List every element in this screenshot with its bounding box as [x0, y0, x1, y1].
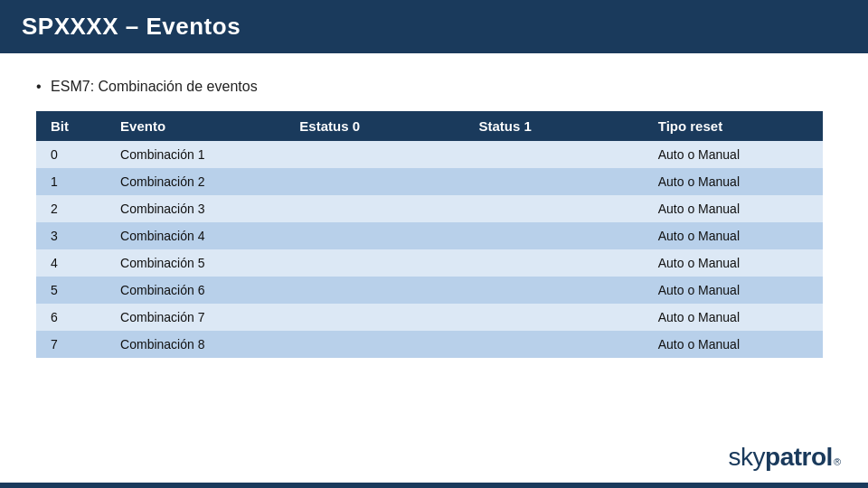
- cell-estatus0: [285, 195, 464, 222]
- cell-tiporeset: Auto o Manual: [644, 168, 823, 195]
- page-header: SPXXXX – Eventos: [0, 0, 868, 53]
- cell-bit: 1: [36, 168, 106, 195]
- cell-estatus0: [285, 141, 464, 168]
- page-title: SPXXXX – Eventos: [22, 13, 241, 40]
- cell-bit: 3: [36, 222, 106, 249]
- cell-estatus0: [285, 168, 464, 195]
- main-content: • ESM7: Combinación de eventos Bit Event…: [0, 53, 868, 376]
- brand-patrol: patrol: [765, 443, 833, 472]
- cell-status1: [465, 195, 644, 222]
- cell-evento: Combinación 1: [106, 141, 285, 168]
- cell-evento: Combinación 4: [106, 222, 285, 249]
- table-row: 7Combinación 8Auto o Manual: [36, 331, 823, 358]
- cell-estatus0: [285, 304, 464, 331]
- col-header-estatus0: Estatus 0: [285, 111, 464, 141]
- table-row: 5Combinación 6Auto o Manual: [36, 277, 823, 304]
- subtitle-text: ESM7: Combinación de eventos: [51, 79, 258, 94]
- cell-evento: Combinación 6: [106, 277, 285, 304]
- table-row: 4Combinación 5Auto o Manual: [36, 249, 823, 277]
- cell-tiporeset: Auto o Manual: [644, 277, 823, 304]
- cell-status1: [465, 304, 644, 331]
- brand-footer: sky patrol ®: [729, 443, 841, 472]
- cell-tiporeset: Auto o Manual: [644, 331, 823, 358]
- cell-estatus0: [285, 331, 464, 358]
- cell-bit: 4: [36, 249, 106, 277]
- subtitle: • ESM7: Combinación de eventos: [36, 79, 832, 95]
- cell-tiporeset: Auto o Manual: [644, 249, 823, 277]
- brand-sky: sky: [729, 443, 766, 472]
- table-row: 6Combinación 7Auto o Manual: [36, 304, 823, 331]
- bottom-bar: [0, 483, 868, 488]
- cell-tiporeset: Auto o Manual: [644, 195, 823, 222]
- table-row: 3Combinación 4Auto o Manual: [36, 222, 823, 249]
- cell-estatus0: [285, 277, 464, 304]
- cell-bit: 5: [36, 277, 106, 304]
- cell-evento: Combinación 5: [106, 249, 285, 277]
- bullet: •: [36, 79, 42, 94]
- col-header-evento: Evento: [106, 111, 285, 141]
- brand-reg: ®: [834, 456, 841, 467]
- cell-evento: Combinación 3: [106, 195, 285, 222]
- cell-status1: [465, 168, 644, 195]
- cell-status1: [465, 277, 644, 304]
- cell-estatus0: [285, 222, 464, 249]
- cell-status1: [465, 141, 644, 168]
- cell-bit: 2: [36, 195, 106, 222]
- cell-bit: 7: [36, 331, 106, 358]
- cell-estatus0: [285, 249, 464, 277]
- cell-bit: 6: [36, 304, 106, 331]
- events-table: Bit Evento Estatus 0 Status 1 Tipo reset…: [36, 111, 823, 358]
- col-header-bit: Bit: [36, 111, 106, 141]
- cell-evento: Combinación 2: [106, 168, 285, 195]
- cell-tiporeset: Auto o Manual: [644, 141, 823, 168]
- table-row: 0Combinación 1Auto o Manual: [36, 141, 823, 168]
- cell-tiporeset: Auto o Manual: [644, 222, 823, 249]
- cell-bit: 0: [36, 141, 106, 168]
- cell-status1: [465, 222, 644, 249]
- cell-status1: [465, 249, 644, 277]
- cell-status1: [465, 331, 644, 358]
- table-row: 2Combinación 3Auto o Manual: [36, 195, 823, 222]
- cell-evento: Combinación 8: [106, 331, 285, 358]
- table-row: 1Combinación 2Auto o Manual: [36, 168, 823, 195]
- table-header-row: Bit Evento Estatus 0 Status 1 Tipo reset: [36, 111, 823, 141]
- cell-evento: Combinación 7: [106, 304, 285, 331]
- cell-tiporeset: Auto o Manual: [644, 304, 823, 331]
- col-header-tiporeset: Tipo reset: [644, 111, 823, 141]
- col-header-status1: Status 1: [465, 111, 644, 141]
